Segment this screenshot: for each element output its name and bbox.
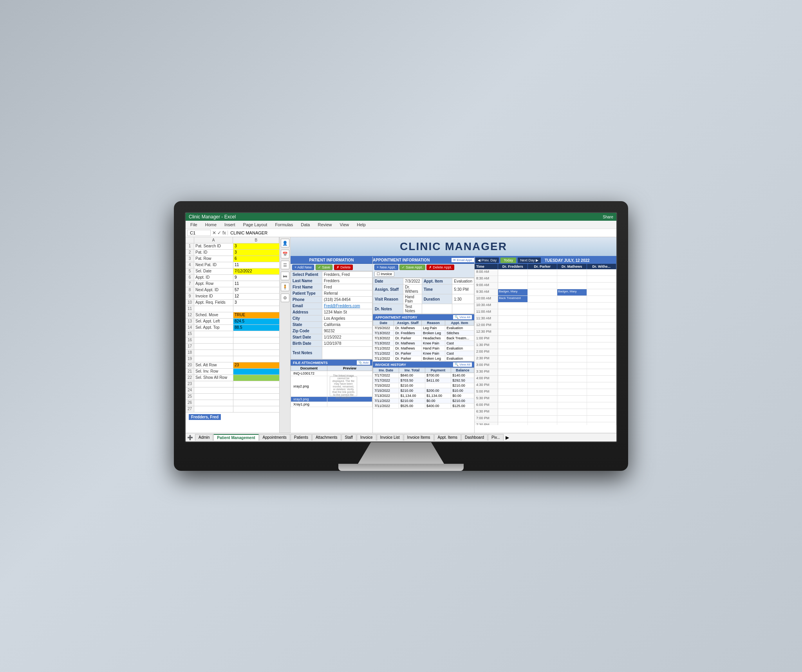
patient-field-value[interactable]	[322, 347, 372, 359]
calendar-icon[interactable]: 📅	[281, 250, 289, 258]
appointment-slot[interactable]	[498, 382, 528, 389]
cell-a-13[interactable]: Sel. Appt. Left	[194, 319, 233, 325]
save-appt-button[interactable]: ✓ Save Appt.	[399, 265, 425, 270]
inv-hist-row[interactable]: 7/15/2022$210.00$210.00	[373, 383, 474, 388]
appointment-slot[interactable]	[528, 409, 558, 415]
patient-field-value[interactable]: Fredders	[322, 278, 372, 284]
cell-a-18[interactable]	[194, 350, 233, 356]
cell-b-2[interactable]: 3	[233, 250, 280, 256]
bed-icon[interactable]: 🛏	[281, 272, 289, 280]
patient-field-value[interactable]: (318) 254-8454	[322, 297, 372, 303]
appointment-slot[interactable]	[557, 329, 587, 335]
menu-page-layout[interactable]: Page Layout	[242, 222, 269, 228]
cell-b-20[interactable]: 23	[233, 362, 280, 369]
appt-right-value[interactable]: 5:30 PM	[452, 285, 474, 294]
sheet-tab-patients[interactable]: Patients	[291, 434, 312, 441]
cell-a-17[interactable]	[194, 344, 233, 350]
cell-a-12[interactable]: Sched. Move	[194, 312, 233, 319]
appointment-slot[interactable]	[587, 376, 617, 382]
cell-a-1[interactable]: Pat. Search ID	[194, 243, 233, 250]
appointment-slot[interactable]	[587, 342, 617, 349]
appointment-slot[interactable]	[498, 396, 528, 402]
appointment-slot[interactable]	[557, 342, 587, 349]
patient-field-value[interactable]: 1234 Main St	[322, 309, 372, 315]
cell-b-24[interactable]	[233, 387, 280, 394]
add-sheet-icon[interactable]: ➕	[187, 435, 193, 440]
appointment-slot[interactable]	[528, 362, 558, 369]
patient-field-value[interactable]: Fredders, Fred	[322, 272, 372, 278]
patient-field-value[interactable]: 1/20/1978	[322, 341, 372, 347]
cell-a-25[interactable]	[194, 394, 233, 400]
appointment-slot[interactable]	[557, 382, 587, 389]
appointment-slot[interactable]	[557, 349, 587, 355]
appointment-slot[interactable]	[498, 362, 528, 369]
patient-field-value[interactable]: California	[322, 322, 372, 328]
delete-appt-button[interactable]: ✗ Delete Appt.	[426, 265, 455, 270]
cell-a-10[interactable]: Appt. Req. Fields	[194, 300, 233, 306]
email-appt-button[interactable]: ✉ Email Appt.	[452, 258, 474, 262]
cell-b-3[interactable]: 6	[233, 256, 280, 262]
appointment-slot[interactable]	[587, 316, 617, 322]
appointment-slot[interactable]	[587, 422, 617, 425]
cell-a-16[interactable]	[194, 337, 233, 344]
cell-b-27[interactable]	[233, 406, 280, 413]
appointment-slot[interactable]	[528, 422, 558, 425]
appointment-slot[interactable]	[498, 276, 528, 282]
appointment-slot[interactable]	[498, 316, 528, 322]
appt-hist-row[interactable]: 7/13/2022Dr. ParkerHeadachesBack Treatm.…	[373, 336, 474, 341]
sheet-tab-appointments[interactable]: Appointments	[259, 434, 290, 441]
cell-b-1[interactable]: 3	[233, 243, 280, 250]
appointment-slot[interactable]	[587, 296, 617, 302]
appointment-slot[interactable]	[557, 396, 587, 402]
cell-a-11[interactable]	[194, 306, 233, 312]
sheet-tab-invoice[interactable]: Invoice	[357, 434, 376, 441]
appointment-slot[interactable]	[557, 369, 587, 375]
appointment-slot[interactable]	[528, 322, 558, 329]
cell-b-25[interactable]	[233, 394, 280, 400]
sheet-tab-appt.-items[interactable]: Appt. Items	[434, 434, 461, 441]
file-row[interactable]: xray2.pngThe linked image cannot be disp…	[291, 376, 372, 397]
share-button[interactable]: Share	[603, 215, 613, 219]
cell-b-10[interactable]: 3	[233, 300, 280, 306]
cell-a-7[interactable]: Appt. Row	[194, 281, 233, 287]
appointment-slot[interactable]	[498, 416, 528, 422]
cell-b-26[interactable]	[233, 400, 280, 406]
appointment-slot[interactable]	[528, 336, 558, 342]
view-all-invoices-button[interactable]: 🔍 View All	[453, 362, 472, 367]
menu-data[interactable]: Data	[299, 222, 311, 228]
cell-b-7[interactable]: 11	[233, 281, 280, 287]
invoice-button[interactable]: ☐ Invoice	[374, 271, 394, 277]
appointment-slot[interactable]	[498, 349, 528, 355]
appointment-slot[interactable]	[498, 309, 528, 315]
cell-b-12[interactable]: TRUE	[233, 312, 280, 319]
appointment-slot[interactable]	[557, 356, 587, 362]
appt-right-value[interactable]: 1:30	[452, 294, 474, 304]
cell-a-21[interactable]: Sel. Inv. Row	[194, 369, 233, 375]
appt-left-value[interactable]: Dr. Withers	[403, 285, 422, 294]
cell-b-18[interactable]	[233, 350, 280, 356]
cell-a-8[interactable]: Next Appt. ID	[194, 287, 233, 294]
appointment-slot[interactable]	[557, 283, 587, 289]
appointment-slot[interactable]	[498, 269, 528, 276]
appointment-slot[interactable]	[528, 269, 558, 276]
appt-right-value[interactable]: Evaluation	[452, 278, 474, 285]
cell-b-5[interactable]: 7/12/2022	[233, 268, 280, 275]
next-day-button[interactable]: Next Day ▶	[518, 258, 541, 263]
menu-view[interactable]: View	[338, 222, 351, 228]
appointment-slot[interactable]	[528, 416, 558, 422]
appointment-slot[interactable]	[587, 382, 617, 389]
add-file-button[interactable]: 📎 Add	[357, 360, 370, 365]
cell-b-17[interactable]	[233, 344, 280, 350]
appointment-slot[interactable]: Badger, Mary	[498, 289, 528, 295]
cell-b-4[interactable]: 11	[233, 262, 280, 268]
appointment-slot[interactable]	[528, 316, 558, 322]
appointment-slot[interactable]	[587, 329, 617, 335]
appointment-slot[interactable]	[557, 316, 587, 322]
appt-left-value[interactable]: Test Notes	[403, 304, 422, 314]
appointment-slot[interactable]	[557, 336, 587, 342]
patient-icon[interactable]: 👤	[281, 239, 289, 247]
delete-patient-button[interactable]: ✗ Delete	[334, 265, 353, 270]
appointment-slot[interactable]	[557, 416, 587, 422]
appointment-slot[interactable]	[557, 309, 587, 315]
appointment-slot[interactable]	[498, 402, 528, 409]
